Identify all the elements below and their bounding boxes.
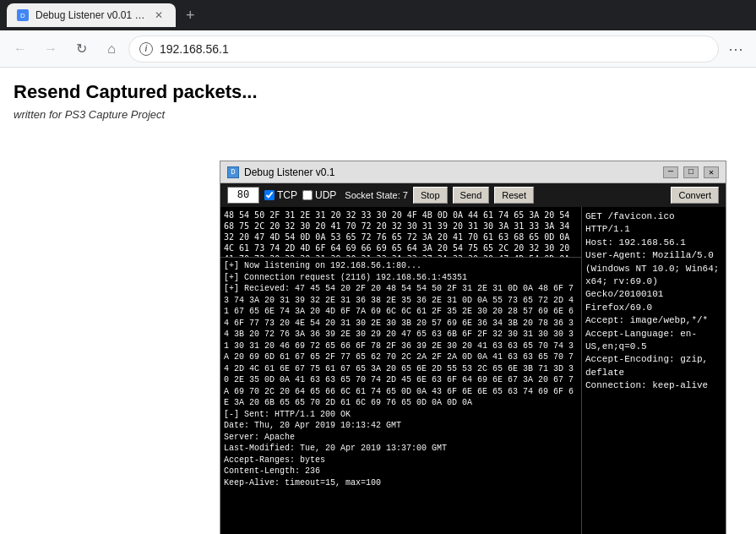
log-line: Date: Thu, 20 Apr 2019 10:13:42 GMT (224, 420, 578, 432)
debug-window: D Debug Listener v0.1 ─ □ ✕ TCP UDP Sock… (220, 161, 726, 534)
browser-titlebar: D Debug Listener v0.01 by VTSTe... ✕ + (0, 0, 756, 30)
right-panel-line: Host: 192.168.56.1 (585, 237, 722, 249)
socket-state: Socket State: 7 (345, 190, 408, 200)
debug-body: 48 54 50 2F 31 2E 31 20 32 33 30 20 4F 4… (220, 207, 726, 534)
address-bar[interactable]: i 192.168.56.1 (128, 35, 719, 63)
stop-button[interactable]: Stop (413, 187, 448, 204)
log-line: Last-Modified: Tue, 20 Apr 2019 13:37:00… (224, 443, 578, 455)
right-panel-line: User-Agent: Mozilla/5.0 (585, 249, 722, 262)
log-line: Content-Length: 236 (224, 466, 578, 477)
minimize-button[interactable]: ─ (663, 166, 678, 178)
page-content: Resend Captured packets... written for P… (0, 68, 756, 534)
right-panel-line: Accept-Encoding: gzip, (585, 353, 722, 366)
right-panel-line: US,en;q=0.5 (585, 341, 722, 353)
log-line: [+] Recieved: 47 45 54 20 2F 20 48 54 54… (224, 283, 578, 409)
right-panel-line: Connection: keep-alive (585, 379, 722, 392)
debug-left-panel: 48 54 50 2F 31 2E 31 20 32 33 30 20 4F 4… (220, 207, 582, 534)
url-text: 192.168.56.1 (160, 42, 229, 56)
refresh-button[interactable]: ↻ (68, 35, 95, 63)
debug-titlebar: D Debug Listener v0.1 ─ □ ✕ (220, 161, 726, 183)
port-input[interactable] (227, 187, 259, 204)
debug-toolbar: TCP UDP Socket State: 7 Stop Send Reset … (220, 183, 726, 207)
tab-title: Debug Listener v0.01 by VTSTe... (35, 9, 145, 21)
right-panel-line: x64; rv:69.0) (585, 275, 722, 288)
home-button[interactable]: ⌂ (98, 35, 125, 63)
browser-menu-button[interactable]: ⋯ (722, 35, 749, 63)
tab-favicon: D (17, 9, 29, 21)
udp-checkbox-label[interactable]: UDP (302, 189, 336, 201)
maximize-button[interactable]: □ (683, 166, 699, 178)
browser-toolbar: ← → ↻ ⌂ i 192.168.56.1 ⋯ (0, 30, 756, 68)
hex-data-text: 48 54 50 2F 31 2E 31 20 32 33 30 20 4F 4… (224, 210, 578, 258)
right-panel-line: Firefox/69.0 (585, 302, 722, 314)
tcp-checkbox-label[interactable]: TCP (264, 189, 297, 201)
log-line: Keep-Alive: timeout=15, max=100 (224, 477, 578, 489)
log-line: Accept-Ranges: bytes (224, 455, 578, 466)
debug-window-icon: D (227, 166, 239, 178)
debug-window-title: Debug Listener v0.1 (244, 166, 658, 178)
new-tab-button[interactable]: + (179, 3, 202, 28)
right-panel-line: GET /favicon.ico HTTP/1.1 (585, 210, 722, 237)
log-line: Server: Apache (224, 432, 578, 444)
security-info-icon[interactable]: i (139, 42, 153, 56)
right-panel-line: Accept: image/webp,*/* (585, 314, 722, 327)
log-line: [+] Now listening on 192.168.56.1:80... (224, 260, 578, 272)
tab-close-button[interactable]: ✕ (152, 8, 166, 22)
log-area[interactable]: [+] Now listening on 192.168.56.1:80...[… (220, 258, 581, 534)
convert-button[interactable]: Convert (671, 187, 719, 204)
hex-data-area: 48 54 50 2F 31 2E 31 20 32 33 30 20 4F 4… (220, 207, 581, 258)
send-button[interactable]: Send (453, 187, 490, 204)
right-panel-line: Accept-Language: en- (585, 328, 722, 341)
log-line: [-] Sent: HTTP/1.1 200 OK (224, 409, 578, 421)
udp-checkbox[interactable] (302, 190, 313, 200)
tcp-checkbox[interactable] (264, 190, 275, 200)
right-panel-line: deflate (585, 367, 722, 379)
close-button[interactable]: ✕ (704, 166, 719, 178)
right-panel-line: (Windows NT 10.0; Win64; (585, 263, 722, 275)
reset-button[interactable]: Reset (494, 187, 534, 204)
right-panel: GET /favicon.ico HTTP/1.1Host: 192.168.5… (582, 207, 726, 534)
page-title: Resend Captured packets... (14, 81, 742, 103)
forward-button[interactable]: → (37, 35, 64, 63)
browser-tab[interactable]: D Debug Listener v0.01 by VTSTe... ✕ (7, 3, 176, 27)
log-line: [+] Connection request (2116) 192.168.56… (224, 272, 578, 284)
right-panel-line: Gecko/20100101 (585, 288, 722, 301)
page-subtitle: written for PS3 Capture Project (14, 108, 742, 121)
back-button[interactable]: ← (7, 35, 34, 63)
